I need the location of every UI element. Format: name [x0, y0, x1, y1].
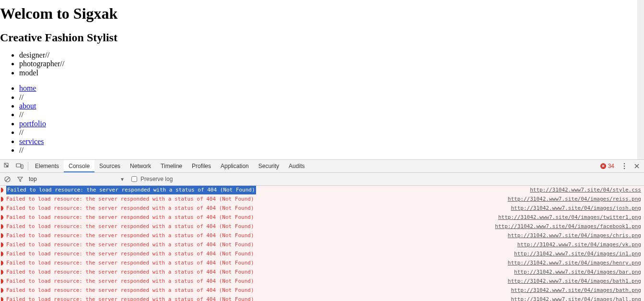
preserve-log-input[interactable] [131, 176, 137, 182]
error-icon [1, 215, 3, 220]
svg-rect-2 [21, 165, 23, 169]
console-message: Failed to load resource: the server resp… [6, 268, 254, 277]
error-icon [1, 297, 3, 301]
console-message: Failed to load resource: the server resp… [6, 222, 254, 231]
tab-timeline[interactable]: Timeline [156, 160, 187, 172]
console-source-link[interactable]: http://31042.www7.site/04/images/bath1.p… [508, 277, 641, 286]
error-icon [1, 242, 3, 247]
role-text: designer [19, 51, 45, 59]
role-sep: // [60, 60, 64, 68]
list-item: model [19, 69, 637, 77]
tab-application[interactable]: Application [216, 160, 254, 172]
console-row[interactable]: Failed to load resource: the server resp… [0, 241, 644, 250]
error-icon [1, 270, 3, 275]
svg-point-4 [624, 166, 625, 167]
console-row[interactable]: Failed to load resource: the server resp… [0, 250, 644, 259]
error-icon [1, 252, 3, 256]
console-row[interactable]: Failed to load resource: the server resp… [0, 295, 644, 301]
role-sep: // [45, 51, 49, 59]
tab-sources[interactable]: Sources [94, 160, 125, 172]
console-message: Failed to load resource: the server resp… [6, 259, 254, 267]
console-row[interactable]: Failed to load resource: the server resp… [0, 231, 644, 241]
page-content: Welcom to Sigxak Creative Fashion Stylis… [0, 0, 644, 159]
list-item: services [19, 137, 637, 146]
console-row[interactable]: Failed to load resource: the server resp… [0, 195, 644, 204]
list-item: photographer// [19, 60, 637, 68]
preserve-log-label: Preserve log [141, 176, 173, 182]
role-text: model [19, 69, 38, 77]
console-row[interactable]: Failed to load resource: the server resp… [0, 277, 644, 286]
console-message: Failed to load resource: the server resp… [6, 295, 254, 301]
svg-rect-1 [16, 164, 21, 167]
console-row[interactable]: Failed to load resource: the server resp… [0, 186, 644, 195]
context-selector[interactable]: top ▼ [29, 176, 125, 182]
page-subtitle: Creative Fashion Stylist [0, 31, 637, 44]
nav-link-home[interactable]: home [19, 84, 36, 92]
error-icon [1, 233, 3, 238]
console-source-link[interactable]: http://31042.www7.site/04/images/henry.p… [508, 259, 641, 267]
inspect-icon[interactable] [1, 160, 13, 172]
tab-profiles[interactable]: Profiles [187, 160, 216, 172]
console-source-link[interactable]: http://31042.www7.site/04/images/vk.png [517, 241, 641, 249]
console-source-link[interactable]: http://31042.www7.site/04/images/bath.pn… [511, 286, 641, 295]
list-item: // [19, 146, 637, 155]
error-icon [1, 206, 3, 211]
console-source-link[interactable]: http://31042.www7.site/04/images/bar.png [514, 268, 641, 277]
error-icon [1, 224, 3, 229]
error-icon [1, 197, 3, 202]
console-source-link[interactable]: http://31042.www7.site/04/images/twitter… [498, 213, 641, 222]
console-row[interactable]: Failed to load resource: the server resp… [0, 286, 644, 295]
devtools-tabbar: ElementsConsoleSourcesNetworkTimelinePro… [0, 160, 644, 173]
close-devtools-icon[interactable] [631, 160, 643, 172]
tab-audits[interactable]: Audits [284, 160, 309, 172]
tab-elements[interactable]: Elements [30, 160, 64, 172]
error-count: 34 [608, 163, 614, 169]
nav-link-portfolio[interactable]: portfolio [19, 120, 46, 128]
console-row[interactable]: Failed to load resource: the server resp… [0, 213, 644, 222]
console-output[interactable]: Failed to load resource: the server resp… [0, 186, 644, 301]
console-message: Failed to load resource: the server resp… [6, 186, 256, 194]
console-row[interactable]: Failed to load resource: the server resp… [0, 268, 644, 277]
chevron-down-icon: ▼ [120, 177, 125, 182]
list-item: // [19, 128, 637, 137]
clear-console-icon[interactable] [3, 173, 12, 185]
console-message: Failed to load resource: the server resp… [6, 213, 254, 222]
console-source-link[interactable]: http://31042.www7.site/04/images/reiss.p… [508, 195, 641, 204]
console-source-link[interactable]: http://31042.www7.site/04/images/faceboo… [495, 222, 641, 231]
error-icon: ✕ [600, 163, 606, 169]
viewport: Welcom to Sigxak Creative Fashion Stylis… [0, 0, 644, 301]
device-toggle-icon[interactable] [13, 160, 26, 172]
console-source-link[interactable]: http://31042.www7.site/04/images/in1.png [514, 250, 641, 258]
console-message: Failed to load resource: the server resp… [6, 195, 254, 204]
svg-point-5 [624, 168, 625, 169]
nav-link-services[interactable]: services [19, 137, 44, 145]
error-icon [1, 279, 3, 284]
kebab-menu-icon[interactable] [618, 160, 631, 172]
nav-link-about[interactable]: about [19, 102, 36, 110]
console-message: Failed to load resource: the server resp… [6, 277, 254, 286]
context-value: top [29, 176, 37, 182]
tab-security[interactable]: Security [254, 160, 284, 172]
preserve-log-checkbox[interactable]: Preserve log [129, 175, 173, 183]
console-row[interactable]: Failed to load resource: the server resp… [0, 222, 644, 231]
filter-icon[interactable] [16, 173, 24, 185]
console-message: Failed to load resource: the server resp… [6, 204, 254, 213]
tab-console[interactable]: Console [64, 160, 94, 172]
list-item: // [19, 93, 637, 102]
role-text: photographer [19, 60, 60, 68]
console-source-link[interactable]: http://31042.www7.site/04/style.css [530, 186, 641, 194]
tab-network[interactable]: Network [125, 160, 156, 172]
console-source-link[interactable]: http://31042.www7.site/04/images/hall.pn… [511, 295, 641, 301]
error-icon [1, 188, 3, 193]
page-title: Welcom to Sigxak [0, 5, 637, 23]
console-row[interactable]: Failed to load resource: the server resp… [0, 204, 644, 213]
console-source-link[interactable]: http://31042.www7.site/04/images/chris.p… [508, 231, 641, 240]
svg-point-3 [624, 163, 625, 165]
console-message: Failed to load resource: the server resp… [6, 231, 254, 240]
console-row[interactable]: Failed to load resource: the server resp… [0, 259, 644, 268]
error-icon [1, 261, 3, 265]
error-count-badge[interactable]: ✕ 34 [600, 163, 614, 169]
nav-list: home // about // portfolio // services /… [0, 84, 637, 155]
list-item: designer// [19, 51, 637, 60]
console-source-link[interactable]: http://31042.www7.site/04/images/josh.pn… [511, 204, 641, 213]
